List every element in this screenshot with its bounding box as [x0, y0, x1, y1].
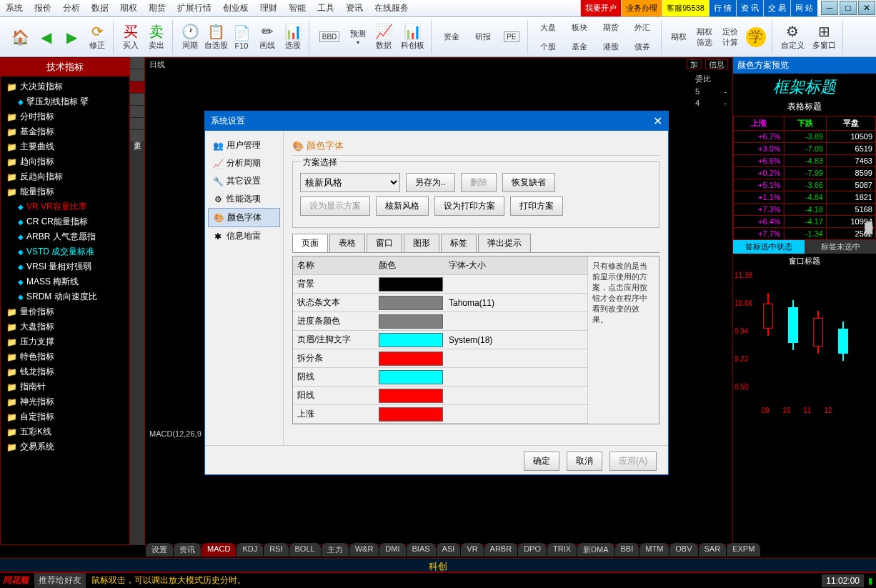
tree-item[interactable]: ◆MASS 梅斯线 — [4, 274, 126, 289]
maximize-button[interactable]: □ — [840, 1, 857, 15]
open-account-button[interactable]: 我要开户 — [580, 0, 621, 16]
vtab[interactable]: 更多 — [130, 130, 144, 142]
select-stock-button[interactable]: 📊选股 — [280, 21, 306, 54]
subtab[interactable]: 图形 — [404, 234, 439, 252]
vtab[interactable]: 综合排名 — [130, 118, 144, 130]
saveas-button[interactable]: 另存为.. — [406, 173, 455, 192]
home-button[interactable]: 🏠 — [7, 21, 33, 54]
custom-button[interactable]: ⚙自定义 — [777, 21, 808, 54]
tree-item[interactable]: ◆CR CR能量指标 — [4, 214, 126, 229]
market-button[interactable]: 大盘个股 — [532, 21, 564, 54]
tree-item[interactable]: ◆ARBR 人气意愿指 — [4, 229, 126, 244]
tree-item[interactable]: 📁指南针 — [4, 379, 126, 394]
menu-data[interactable]: 数据 — [86, 2, 114, 14]
option-button[interactable]: 期权 — [666, 21, 692, 54]
ok-button[interactable]: 确定 — [524, 452, 559, 471]
minimize-button[interactable]: ─ — [821, 1, 838, 15]
service-button[interactable]: 客服95538 — [662, 0, 709, 16]
period-button[interactable]: 🕐周期 — [177, 21, 203, 54]
tree-item[interactable]: ◆VR VR容量比率 — [4, 199, 126, 214]
bottom-tab[interactable]: OBV — [670, 543, 697, 557]
bottom-tab[interactable]: DPO — [518, 543, 547, 557]
print-scheme-name[interactable]: 打印方案 — [510, 196, 563, 216]
color-row[interactable]: 拆分条 — [293, 349, 587, 368]
color-row[interactable]: 页眉/注脚文字System(18) — [293, 331, 587, 349]
color-row[interactable]: 阳线 — [293, 387, 587, 405]
menu-futures[interactable]: 期货 — [143, 2, 171, 14]
bbd-button[interactable]: BBD — [314, 21, 345, 54]
dialog-close-button[interactable]: ✕ — [653, 114, 662, 128]
tree-item[interactable]: 📁主要曲线 — [4, 139, 126, 154]
menu-option[interactable]: 期权 — [114, 2, 143, 14]
tree-item[interactable]: 📁量价指标 — [4, 304, 126, 319]
learn-button[interactable]: 学 — [743, 21, 769, 54]
data-button[interactable]: 📈数据 — [371, 21, 397, 54]
subtab[interactable]: 窗口 — [367, 234, 402, 252]
futures-button[interactable]: 期货港股 — [595, 21, 627, 54]
info-button[interactable]: 信息 — [705, 59, 728, 69]
close-button[interactable]: ✕ — [858, 1, 875, 15]
bottom-tab[interactable]: 设置 — [146, 543, 173, 557]
set-display-button[interactable]: 设为显示方案 — [300, 196, 370, 216]
vtab[interactable]: 技术分析 — [130, 81, 144, 94]
restore-button[interactable]: 恢复缺省 — [502, 173, 555, 192]
subtab[interactable]: 表格 — [329, 234, 365, 252]
tag-unselected[interactable]: 标签未选中 — [805, 240, 876, 254]
menu-sys[interactable]: 系统 — [0, 2, 29, 14]
report-button[interactable]: 研报 — [467, 21, 499, 54]
dialog-nav-item[interactable]: 🔧其它设置 — [208, 172, 280, 190]
menu-finance[interactable]: 理财 — [254, 2, 283, 14]
tree-item[interactable]: 📁压力支撑 — [4, 334, 126, 349]
sell-button[interactable]: 卖卖出 — [144, 21, 169, 54]
bottom-tab[interactable]: KDJ — [237, 543, 263, 557]
recommend-button[interactable]: 推荐给好友 — [34, 573, 86, 588]
set-print-button[interactable]: 设为打印方案 — [434, 196, 504, 216]
back-button[interactable]: ◀ — [33, 21, 59, 54]
subtab[interactable]: 页面 — [292, 234, 328, 252]
bottom-tab[interactable]: 资讯 — [174, 543, 201, 557]
vtab[interactable]: 公司资讯 — [130, 94, 144, 106]
menu-online[interactable]: 在线服务 — [369, 2, 414, 14]
forex-button[interactable]: 外汇债券 — [627, 21, 658, 54]
tree-item[interactable]: 📁趋向指标 — [4, 154, 126, 169]
fund-button[interactable]: 资金 — [436, 21, 467, 54]
display-scheme-name[interactable]: 核新风格 — [376, 196, 429, 216]
pe-button[interactable]: PE — [499, 21, 524, 54]
add-button[interactable]: 加 — [687, 59, 702, 69]
indicator-tree[interactable]: 📁大决策指标◆擘压划线指标 擘📁分时指标📁基金指标📁主要曲线📁趋向指标📁反趋向指… — [1, 76, 129, 541]
bottom-tab[interactable]: BIAS — [407, 543, 436, 557]
tree-item[interactable]: ◆VSTD 成交量标准 — [4, 244, 126, 259]
vtab[interactable]: 自选股 — [130, 106, 144, 118]
tree-item[interactable]: 📁大决策指标 — [4, 79, 126, 94]
dialog-nav-item[interactable]: ✱信息地雷 — [208, 227, 280, 245]
trade-button[interactable]: 交 易 — [763, 0, 790, 16]
tree-item[interactable]: 📁自定指标 — [4, 409, 126, 424]
tree-item[interactable]: 📁钱龙指标 — [4, 364, 126, 379]
menu-news[interactable]: 资讯 — [340, 2, 369, 14]
dialog-nav-item[interactable]: 📈分析周期 — [208, 154, 280, 172]
refresh-button[interactable]: ⟳修正 — [84, 21, 110, 54]
bottom-tab[interactable]: RSI — [264, 543, 288, 557]
menu-gem[interactable]: 创业板 — [217, 2, 254, 14]
menu-tools[interactable]: 工具 — [312, 2, 340, 14]
bottom-tab[interactable]: 主力 — [322, 543, 349, 557]
subtab[interactable]: 弹出提示 — [478, 234, 531, 252]
vtab[interactable]: 资讯 — [130, 57, 144, 69]
bottom-tab[interactable]: MACD — [201, 543, 236, 557]
bottom-tab[interactable]: TRIX — [547, 543, 577, 557]
tree-item[interactable]: 📁大盘指标 — [4, 319, 126, 334]
pricing-button[interactable]: 定价 计算 — [717, 21, 743, 54]
business-button[interactable]: 业务办理 — [621, 0, 662, 16]
star-market-button[interactable]: 📊科创板 — [397, 21, 428, 54]
tree-item[interactable]: ◆SRDM 动向速度比 — [4, 289, 126, 304]
predict-button[interactable]: 预测▾ — [345, 21, 371, 54]
tree-item[interactable]: 📁反趋向指标 — [4, 169, 126, 184]
color-row[interactable]: 状态条文本Tahoma(11) — [293, 294, 587, 312]
tree-item[interactable]: 📁能量指标 — [4, 184, 126, 199]
dialog-nav-item[interactable]: ⚙性能选项 — [208, 190, 280, 208]
dialog-nav-item[interactable]: 🎨颜色字体 — [208, 208, 280, 227]
bottom-tab[interactable]: BOLL — [289, 543, 321, 557]
scheme-select[interactable]: 核新风格 — [300, 173, 400, 192]
apply-button[interactable]: 应用(A) — [609, 452, 657, 471]
option-filter-button[interactable]: 期权 筛选 — [692, 21, 717, 54]
